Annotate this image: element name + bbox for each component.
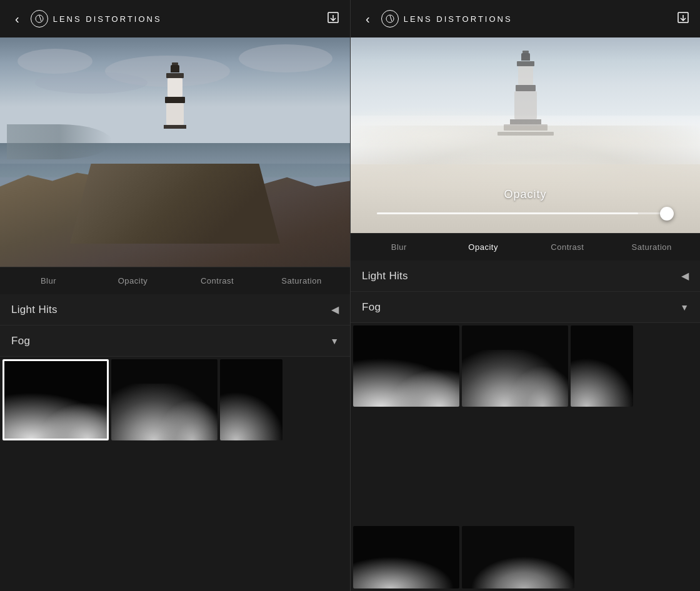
right-app-logo: LENS DISTORTIONS — [381, 10, 512, 27]
left-image-area — [0, 37, 350, 267]
right-control-saturation[interactable]: Saturation — [609, 237, 694, 257]
opacity-slider-fill — [377, 212, 638, 214]
svg-line-1 — [39, 16, 41, 21]
left-header-left: ‹ LENS DISTORTIONS — [10, 9, 162, 29]
right-effect-lighthits[interactable]: Light Hits ◀ — [351, 261, 700, 292]
left-lighthits-label: Light Hits — [11, 304, 58, 316]
right-effect-fog[interactable]: Fog ▼ — [351, 292, 700, 323]
left-thumbnails — [0, 357, 350, 591]
left-app-name: LENS DISTORTIONS — [53, 14, 162, 24]
left-thumb-1[interactable] — [2, 359, 109, 440]
left-control-opacity[interactable]: Opacity — [91, 271, 175, 291]
left-thumb-2[interactable] — [111, 359, 218, 440]
right-panel: ‹ LENS DISTORTIONS — [350, 0, 700, 591]
right-thumb-3[interactable] — [571, 325, 633, 407]
right-app-name: LENS DISTORTIONS — [404, 14, 512, 24]
right-control-blur[interactable]: Blur — [357, 237, 441, 257]
left-controls-bar: Blur Opacity Contrast Saturation — [0, 267, 350, 294]
left-back-button[interactable]: ‹ — [10, 9, 24, 29]
right-header: ‹ LENS DISTORTIONS — [351, 0, 700, 37]
right-fog-arrow: ▼ — [680, 302, 689, 312]
right-lighthits-label: Light Hits — [362, 270, 408, 282]
right-effects-list: Light Hits ◀ Fog ▼ — [351, 261, 700, 323]
left-lighthouse — [164, 65, 186, 129]
left-effect-fog[interactable]: Fog ▼ — [0, 325, 350, 357]
right-fog-background: Opacity — [351, 37, 700, 233]
left-control-contrast[interactable]: Contrast — [175, 271, 259, 291]
left-fog-arrow: ▼ — [330, 336, 339, 346]
right-lighthits-arrow: ◀ — [681, 270, 689, 282]
right-bottom-thumb-1[interactable] — [353, 526, 459, 589]
opacity-overlay: Opacity — [351, 37, 700, 233]
right-control-contrast[interactable]: Contrast — [526, 237, 610, 257]
left-panel: ‹ LENS DISTORTIONS — [0, 0, 350, 591]
left-fog-label: Fog — [11, 335, 30, 347]
right-thumb-2[interactable] — [462, 325, 568, 407]
right-controls-bar: Blur Opacity Contrast Saturation — [351, 233, 700, 261]
left-thumb-3[interactable] — [220, 359, 282, 440]
opacity-slider[interactable] — [377, 212, 674, 214]
left-effect-lighthits[interactable]: Light Hits ◀ — [0, 294, 350, 325]
right-logo-icon — [381, 10, 399, 27]
left-effects-list: Light Hits ◀ Fog ▼ — [0, 294, 350, 357]
right-bottom-thumb-2[interactable] — [462, 526, 574, 589]
svg-line-5 — [390, 16, 392, 21]
opacity-label: Opacity — [504, 188, 546, 201]
right-fog-label: Fog — [362, 301, 381, 314]
right-thumbnails — [351, 323, 700, 524]
left-header: ‹ LENS DISTORTIONS — [0, 0, 350, 37]
left-download-button[interactable] — [326, 11, 340, 27]
left-app-logo: LENS DISTORTIONS — [31, 10, 162, 27]
left-logo-icon — [31, 10, 48, 27]
right-bottom-thumbnails — [351, 524, 700, 591]
right-back-button[interactable]: ‹ — [361, 9, 375, 29]
left-control-saturation[interactable]: Saturation — [259, 271, 344, 291]
right-control-opacity[interactable]: Opacity — [441, 237, 526, 257]
right-thumb-1[interactable] — [353, 325, 459, 407]
right-download-button[interactable] — [676, 11, 690, 27]
left-control-blur[interactable]: Blur — [6, 271, 91, 291]
opacity-slider-thumb[interactable] — [660, 207, 674, 221]
left-lighthits-arrow: ◀ — [331, 304, 339, 315]
right-header-left: ‹ LENS DISTORTIONS — [361, 9, 512, 29]
right-image-area[interactable]: Opacity — [351, 37, 700, 233]
